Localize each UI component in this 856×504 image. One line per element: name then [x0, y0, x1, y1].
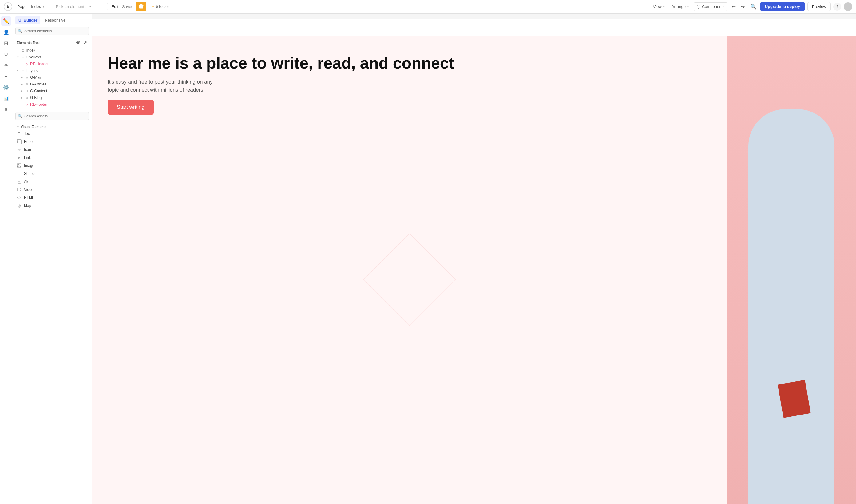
- webpage-hero: Hear me is a place to write, read, and c…: [92, 36, 856, 504]
- video-icon: [17, 187, 21, 192]
- edit-action[interactable]: Edit: [112, 4, 118, 9]
- icon-bar-settings[interactable]: ⚙️: [1, 83, 11, 92]
- ve-icon-label: Icon: [24, 147, 31, 152]
- icon-bar-puzzle[interactable]: ✦: [1, 71, 11, 81]
- components-cube-icon: ⬡: [696, 4, 700, 10]
- g-blog-chevron-icon[interactable]: ▶: [20, 96, 23, 100]
- ve-item-link[interactable]: ⌀ Link: [12, 154, 92, 162]
- view-label: View: [653, 4, 662, 9]
- ve-item-text[interactable]: T Text: [12, 130, 92, 138]
- icon-bar-table[interactable]: ⊟: [1, 105, 11, 114]
- person-book: [778, 380, 811, 418]
- logo: b: [4, 2, 12, 11]
- icon-bar: ✏️ 👤 ⊞ ⬡ ◎ ✦ ⚙️ 📊 ⊟: [0, 14, 12, 504]
- search-elements-box: 🔍: [15, 27, 89, 35]
- map-icon: ◎: [17, 203, 21, 208]
- upgrade-button[interactable]: Upgrade to deploy: [760, 2, 805, 11]
- tree-item-re-header-label: RE-Header: [30, 62, 88, 66]
- g-content-chevron-icon[interactable]: ▶: [20, 89, 23, 93]
- tree-item-g-articles[interactable]: ▶ ⊡ G-Articles: [12, 81, 92, 88]
- diamond-icon-footer: ◇: [24, 102, 29, 107]
- webpage-hero-title: Hear me is a place to write, read, and c…: [108, 54, 712, 72]
- eye-icon[interactable]: 👁: [75, 40, 81, 46]
- avatar[interactable]: [844, 2, 852, 11]
- ve-item-image[interactable]: Image: [12, 162, 92, 169]
- tree-item-g-main-label: G-Main: [30, 75, 88, 79]
- g-articles-chevron-icon[interactable]: ▶: [20, 83, 23, 86]
- search-assets-icon: 🔍: [18, 114, 22, 118]
- components-button[interactable]: ⬡ Components: [694, 2, 728, 11]
- ve-item-icon[interactable]: ☆ Icon: [12, 146, 92, 154]
- search-elements-icon: 🔍: [18, 29, 22, 33]
- g-main-chevron-icon[interactable]: ▶: [20, 76, 23, 79]
- webpage-hero-right: [727, 36, 856, 504]
- search-assets-input[interactable]: [15, 112, 89, 121]
- tree-item-index[interactable]: 🗋 index: [12, 47, 92, 54]
- help-button[interactable]: ?: [833, 3, 841, 11]
- tree-item-layers-label: Layers: [26, 69, 88, 73]
- canvas-ruler: [92, 14, 856, 19]
- page-name: index: [31, 4, 41, 9]
- view-chevron-icon: ▼: [663, 5, 665, 8]
- issues-count: 0 issues: [156, 5, 170, 9]
- tree-item-re-header[interactable]: ◇ RE-Header: [12, 60, 92, 67]
- icon-bar-people[interactable]: 👤: [1, 27, 11, 37]
- arrange-button[interactable]: Arrange ▼: [670, 3, 691, 10]
- icon-bar-database[interactable]: ⬡: [1, 49, 11, 59]
- redo-button[interactable]: ↪: [739, 2, 747, 11]
- search-icon[interactable]: 🔍: [749, 2, 757, 11]
- icon-bar-globe[interactable]: ◎: [1, 60, 11, 70]
- re-header-chevron-icon: [20, 62, 23, 66]
- canvas-content[interactable]: Hear me is a place to write, read, and c…: [92, 19, 856, 504]
- preview-button[interactable]: Preview: [807, 2, 831, 11]
- ve-item-map[interactable]: ◎ Map: [12, 202, 92, 210]
- canvas-top-border: [92, 14, 856, 14]
- person-image: [727, 36, 856, 504]
- ve-shape-label: Shape: [24, 172, 35, 176]
- icon-icon: ☆: [17, 147, 21, 152]
- visual-elements-header[interactable]: ▼ Visual Elements: [12, 123, 92, 130]
- element-picker-chevron-icon: ▼: [89, 5, 92, 8]
- tab-responsive[interactable]: Responsive: [41, 16, 69, 24]
- layers-chevron-icon[interactable]: ▼: [16, 69, 20, 73]
- start-writing-button[interactable]: Start writing: [108, 100, 154, 115]
- view-button[interactable]: View ▼: [651, 3, 667, 10]
- tree-item-re-footer-label: RE-Footer: [30, 102, 88, 107]
- tab-ui-builder[interactable]: UI Builder: [15, 16, 40, 24]
- ve-item-button[interactable]: btn Button: [12, 138, 92, 146]
- tree-item-g-articles-label: G-Articles: [30, 82, 88, 86]
- alert-icon: △: [17, 179, 21, 184]
- tree-item-layers[interactable]: ▼ • Layers: [12, 67, 92, 74]
- ve-html-label: HTML: [24, 196, 34, 200]
- page-selector[interactable]: Page: index ▼: [15, 3, 47, 10]
- icon-bar-ui-builder[interactable]: ✏️: [1, 16, 11, 26]
- ve-item-shape[interactable]: □ Shape: [12, 169, 92, 178]
- element-picker[interactable]: Pick an element... ▼: [53, 3, 108, 11]
- tree-item-overlays[interactable]: ▼ • Overlays: [12, 54, 92, 60]
- sidebar-tabs: UI Builder Responsive: [12, 14, 92, 24]
- tree-item-re-footer[interactable]: ◇ RE-Footer: [12, 101, 92, 108]
- topbar: b Page: index ▼ Pick an element... ▼ Edi…: [0, 0, 856, 14]
- search-elements-input[interactable]: [15, 27, 89, 35]
- grid-icon-content: ⊡: [24, 89, 29, 93]
- ve-item-html[interactable]: </> HTML: [12, 194, 92, 202]
- tree-item-g-blog[interactable]: ▶ ⊡ G-Blog: [12, 94, 92, 101]
- icon-bar-chart[interactable]: 📊: [1, 93, 11, 103]
- saved-status: Saved: [122, 4, 133, 9]
- ve-item-video[interactable]: Video: [12, 186, 92, 194]
- visual-elements-label: Visual Elements: [21, 125, 47, 128]
- index-chevron-icon: [16, 49, 20, 52]
- gift-button[interactable]: [136, 2, 146, 11]
- file-icon: 🗋: [21, 48, 25, 53]
- expand-icon[interactable]: ⤢: [83, 40, 88, 46]
- issues-button[interactable]: ⚠ 0 issues: [149, 3, 172, 10]
- page-label: Page:: [17, 4, 28, 9]
- undo-button[interactable]: ↩: [730, 2, 738, 11]
- tree-item-g-content[interactable]: ▶ ⊡ G-Content: [12, 88, 92, 94]
- ve-item-alert[interactable]: △ Alert: [12, 178, 92, 186]
- tree-item-g-main[interactable]: ▶ ⊡ G-Main: [12, 74, 92, 81]
- overlays-chevron-icon[interactable]: ▼: [16, 55, 20, 59]
- svg-point-1: [18, 164, 18, 165]
- arrange-label: Arrange: [672, 4, 686, 9]
- icon-bar-layers[interactable]: ⊞: [1, 38, 11, 48]
